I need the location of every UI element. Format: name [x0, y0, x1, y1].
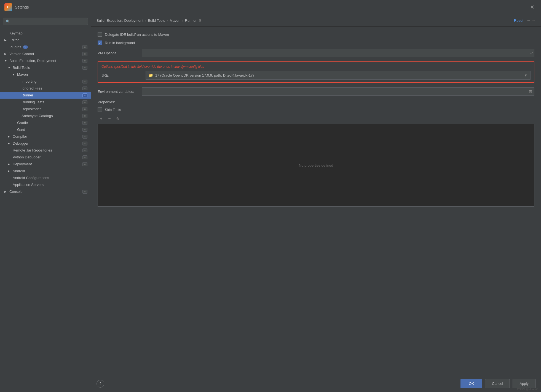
- skip-tests-label: Skip Tests: [105, 108, 121, 112]
- sidebar-tree: Keymap ▶ Editor Plugins 2 ≡ ▶ Versi: [0, 29, 91, 392]
- sidebar-item-label: Build Tools: [13, 66, 30, 70]
- title-bar: IJ Settings ✕: [0, 0, 541, 14]
- sidebar-item-keymap[interactable]: Keymap: [0, 30, 91, 37]
- breadcrumb-part-3: Maven: [170, 18, 180, 23]
- sidebar-item-gradle[interactable]: Gradle ≡: [0, 119, 91, 126]
- sidebar-item-label: Gradle: [17, 121, 28, 125]
- sidebar-item-label: Archetype Catalogs: [22, 114, 53, 118]
- nav-forward-button[interactable]: →: [532, 18, 535, 23]
- skip-tests-checkbox[interactable]: [98, 107, 102, 112]
- sidebar-item-label: Python Debugger: [13, 155, 41, 159]
- sidebar-item-console[interactable]: ▶ Console ≡: [0, 188, 91, 195]
- settings-content: Delegate IDE build/run actions to Maven …: [91, 27, 541, 375]
- settings-badge-icon: ≡: [82, 59, 87, 63]
- sidebar-item-version-control[interactable]: ▶ Version Control ≡: [0, 50, 91, 57]
- help-button[interactable]: ?: [97, 380, 104, 388]
- env-vars-wrapper: ⊟: [142, 87, 534, 96]
- sidebar-item-remote-jar[interactable]: Remote Jar Repositories ≡: [0, 147, 91, 154]
- settings-badge-icon: ≡: [82, 162, 87, 166]
- sidebar-item-label: Plugins: [9, 45, 21, 49]
- search-input[interactable]: [12, 20, 85, 23]
- arrow-icon: ▶: [8, 142, 11, 145]
- sidebar-item-label: Version Control: [9, 52, 34, 56]
- sidebar-item-python-debugger[interactable]: Python Debugger ≡: [0, 154, 91, 161]
- sidebar-item-label: Runner: [22, 93, 33, 97]
- delegate-checkbox[interactable]: [98, 32, 102, 37]
- sidebar-item-ignored-files[interactable]: Ignored Files ≡: [0, 85, 91, 92]
- cancel-button[interactable]: Cancel: [485, 379, 510, 388]
- sidebar-item-label: Maven: [17, 72, 28, 77]
- remove-property-button[interactable]: −: [106, 116, 113, 122]
- breadcrumb-part-4: Runner: [185, 18, 197, 23]
- breadcrumb-part-1: Build, Execution, Deployment: [97, 18, 143, 23]
- sidebar-item-archetype-catalogs[interactable]: Archetype Catalogs ≡: [0, 112, 91, 119]
- arrow-icon: ▶: [8, 169, 11, 172]
- breadcrumb-bar: Build, Execution, Deployment › Build Too…: [91, 14, 541, 27]
- sidebar-item-label: Editor: [9, 38, 19, 42]
- arrow-icon: ▼: [8, 66, 11, 69]
- sidebar-item-build-tools[interactable]: ▼ Build Tools ≡: [0, 64, 91, 71]
- vm-options-label: VM Options:: [98, 51, 142, 55]
- add-property-button[interactable]: +: [98, 116, 105, 122]
- sidebar-item-android-configurations[interactable]: Android Configurations: [0, 174, 91, 181]
- settings-badge-icon: ≡: [82, 155, 87, 159]
- sidebar-item-repositories[interactable]: Repositories ≡: [0, 106, 91, 112]
- app-icon: IJ: [4, 3, 12, 11]
- settings-badge-icon: ≡: [82, 45, 87, 49]
- sidebar-item-label: Application Servers: [13, 183, 44, 187]
- sidebar-item-label: Android Configurations: [13, 176, 49, 180]
- settings-badge-icon: ≡: [82, 128, 87, 132]
- properties-title: Properties:: [98, 100, 534, 104]
- search-box[interactable]: 🔍: [3, 18, 88, 25]
- skip-tests-row: Skip Tests: [98, 107, 534, 112]
- env-vars-input[interactable]: [142, 87, 534, 96]
- settings-badge-icon: ≡: [82, 148, 87, 152]
- arrow-icon: ▶: [8, 135, 11, 138]
- jre-row: JRE: 📁 17 (Oracle OpenJDK version 17.0.9…: [101, 71, 531, 80]
- sidebar-item-label: Keymap: [9, 31, 23, 35]
- edit-property-button[interactable]: ✎: [114, 116, 121, 122]
- breadcrumb-part-2: Build Tools: [148, 18, 165, 23]
- sidebar-item-build-execution[interactable]: ▼ Build, Execution, Deployment ≡: [0, 57, 91, 64]
- sidebar-item-importing[interactable]: Importing ≡: [0, 78, 91, 85]
- apply-button[interactable]: Apply: [513, 379, 535, 388]
- sidebar-item-android[interactable]: ▶ Android: [0, 167, 91, 174]
- jre-dropdown[interactable]: 📁 17 (Oracle OpenJDK version 17.0.9, pat…: [146, 71, 531, 80]
- sidebar-item-label: Android: [13, 169, 25, 173]
- sidebar-item-editor[interactable]: ▶ Editor: [0, 37, 91, 44]
- sidebar-item-label: Gant: [17, 128, 25, 132]
- settings-badge-icon: ≡: [82, 66, 87, 70]
- sidebar-item-running-tests[interactable]: Running Tests ≡: [0, 99, 91, 106]
- sidebar-item-compiler[interactable]: ▶ Compiler ≡: [0, 133, 91, 140]
- breadcrumb-sep-2: ›: [167, 18, 168, 23]
- settings-badge-icon: ≡: [82, 121, 87, 125]
- delegate-row: Delegate IDE build/run actions to Maven: [98, 32, 534, 37]
- jre-value: 17 (Oracle OpenJDK version 17.0.9, path:…: [155, 73, 254, 77]
- window-title: Settings: [15, 5, 528, 9]
- settings-window: IJ Settings ✕ 🔍 Keymap ▶ Editor: [0, 0, 541, 392]
- sidebar-item-debugger[interactable]: ▶ Debugger ≡: [0, 140, 91, 147]
- sidebar-item-label: Compiler: [13, 134, 27, 139]
- sidebar-item-plugins[interactable]: Plugins 2 ≡: [0, 44, 91, 50]
- vm-options-input[interactable]: [142, 49, 534, 57]
- sidebar-item-gant[interactable]: Gant ≡: [0, 126, 91, 133]
- help-icon: ?: [99, 382, 101, 386]
- run-background-label: Run in background: [105, 41, 135, 45]
- ok-button[interactable]: OK: [460, 379, 482, 388]
- sidebar-item-label: Build, Execution, Deployment: [9, 59, 56, 63]
- expand-icon[interactable]: ⤢: [530, 51, 533, 55]
- env-vars-label: Environment variables:: [98, 90, 142, 94]
- sidebar-item-maven[interactable]: ▼ Maven: [0, 71, 91, 78]
- reset-button[interactable]: Reset: [514, 18, 523, 23]
- close-button[interactable]: ✕: [528, 3, 537, 11]
- breadcrumb-sep-1: ›: [145, 18, 146, 23]
- jdk-folder-icon: 📁: [149, 73, 153, 77]
- settings-badge-icon: ≡: [82, 142, 87, 145]
- run-background-checkbox[interactable]: [98, 40, 102, 45]
- sidebar-item-runner[interactable]: Runner ≡: [0, 92, 91, 99]
- search-icon: 🔍: [6, 20, 10, 23]
- nav-back-button[interactable]: ←: [527, 18, 531, 23]
- env-browse-button[interactable]: ⊟: [527, 89, 534, 94]
- sidebar-item-application-servers[interactable]: Application Servers: [0, 181, 91, 188]
- sidebar-item-deployment[interactable]: ▶ Deployment ≡: [0, 161, 91, 167]
